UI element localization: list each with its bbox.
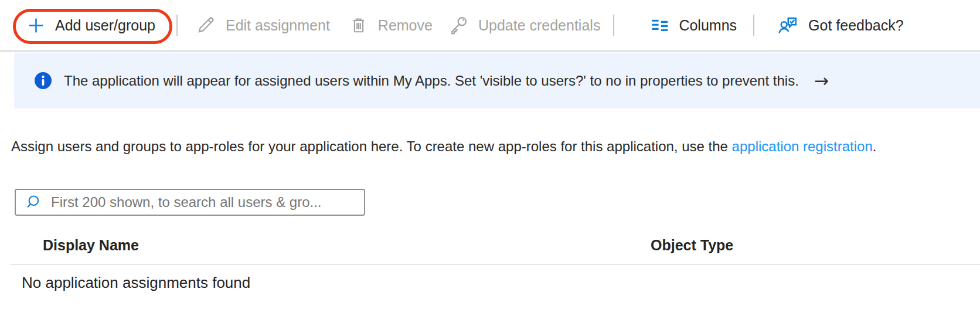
empty-assignments-message: No application assignments found: [22, 274, 250, 292]
update-credentials-label: Update credentials: [478, 17, 600, 34]
column-header-object-type[interactable]: Object Type: [651, 237, 733, 254]
intro-text-before: Assign users and groups to app-roles for…: [11, 138, 732, 154]
info-banner: The application will appear for assigned…: [14, 53, 980, 108]
search-box: [15, 189, 365, 216]
edit-assignment-button[interactable]: Edit assignment: [195, 15, 330, 36]
columns-icon: [649, 15, 669, 35]
search-icon: [25, 193, 43, 211]
remove-button[interactable]: Remove: [349, 15, 433, 35]
search-input[interactable]: [50, 193, 358, 211]
add-user-group-button[interactable]: Add user/group: [26, 16, 155, 35]
intro-text-after: .: [873, 138, 877, 154]
users-and-groups-blade: Add user/group Edit assignment: [0, 0, 980, 333]
toolbar-separator: [753, 15, 754, 36]
got-feedback-label: Got feedback?: [808, 17, 904, 34]
add-user-group-label: Add user/group: [55, 17, 155, 34]
columns-label: Columns: [679, 17, 737, 34]
plus-icon: [26, 16, 46, 35]
toolbar-separator: [613, 15, 614, 36]
got-feedback-button[interactable]: Got feedback?: [777, 14, 904, 36]
feedback-person-icon: [777, 14, 799, 36]
table-header-divider: [11, 264, 980, 265]
application-registration-link[interactable]: application registration: [732, 138, 873, 154]
key-icon: [448, 15, 469, 36]
columns-button[interactable]: Columns: [649, 15, 737, 35]
remove-label: Remove: [378, 17, 433, 34]
intro-paragraph: Assign users and groups to app-roles for…: [11, 138, 876, 155]
banner-arrow-link[interactable]: →: [814, 72, 829, 90]
command-bar: Add user/group Edit assignment: [0, 0, 980, 52]
update-credentials-button[interactable]: Update credentials: [448, 15, 600, 36]
info-icon: [34, 72, 52, 90]
toolbar-separator: [176, 15, 178, 36]
column-header-display-name[interactable]: Display Name: [43, 237, 139, 254]
pencil-icon: [195, 15, 216, 36]
info-banner-text: The application will appear for assigned…: [64, 73, 799, 89]
trash-icon: [349, 15, 369, 35]
edit-assignment-label: Edit assignment: [226, 17, 330, 34]
